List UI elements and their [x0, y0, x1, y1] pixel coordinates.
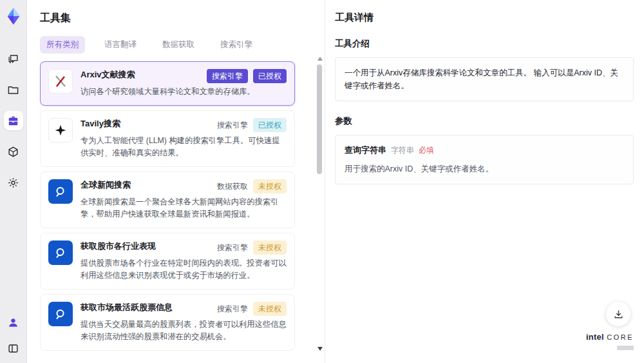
scroll-down-arrow-icon[interactable]: [317, 347, 323, 351]
tools-list-panel: 工具集 所有类别 语言翻译 数据获取 搜索引擎 Arxiv文献搜索: [27, 0, 325, 363]
tab-search-engine[interactable]: 搜索引擎: [214, 36, 259, 54]
folder-icon: [7, 84, 19, 96]
nav-settings[interactable]: [4, 173, 23, 192]
tool-name: Tavily搜索: [80, 118, 120, 130]
tab-all-categories[interactable]: 所有类别: [40, 36, 85, 54]
category-badge: 搜索引擎: [217, 240, 248, 255]
nav-models[interactable]: [4, 142, 23, 161]
app-window: 工具集 所有类别 语言翻译 数据获取 搜索引擎 Arxiv文献搜索: [0, 0, 644, 363]
tool-card-active-stocks[interactable]: 获取市场最活跃股票信息 搜索引擎 未授权 提供当天交易量最高的股票列表，投资者可…: [40, 294, 295, 351]
nav-toolbox[interactable]: [4, 111, 23, 130]
nav-chat[interactable]: [4, 49, 23, 68]
tool-name: 获取市场最活跃股票信息: [80, 302, 173, 313]
tool-detail-panel: 工具详情 工具介绍 一个用于从Arxiv存储库搜索科学论文和文章的工具。 输入可…: [326, 0, 644, 363]
tool-name: 全球新闻搜索: [80, 179, 131, 191]
category-badge: 搜索引擎: [217, 302, 248, 316]
param-description: 用于搜索的Arxiv ID、关键字或作者姓名。: [345, 162, 624, 175]
left-nav-rail: [0, 0, 27, 363]
auth-status-badge: 已授权: [253, 118, 287, 132]
global-news-icon: [48, 179, 73, 204]
tool-intro-box: 一个用于从Arxiv存储库搜索科学论文和文章的工具。 输入可以是Arxiv ID…: [335, 57, 634, 101]
detail-title: 工具详情: [335, 12, 634, 24]
arxiv-icon: [48, 69, 73, 93]
tool-description: 全球新闻搜索是一个聚合全球各大新闻网站内容的搜索引擎，帮助用户快速获取全球最新资…: [80, 196, 287, 221]
scrollbar-thumb[interactable]: [317, 64, 322, 174]
param-box: 查询字符串 字符串 必填 用于搜索的Arxiv ID、关键字或作者姓名。: [335, 135, 634, 184]
category-badge: 搜索引擎: [207, 69, 248, 83]
list-scrollbar[interactable]: [316, 54, 323, 357]
download-button[interactable]: [606, 302, 630, 326]
page-title: 工具集: [40, 12, 309, 25]
tavily-star-icon: [48, 118, 73, 142]
category-tabs: 所有类别 语言翻译 数据获取 搜索引擎: [40, 36, 309, 54]
auth-status-badge: 已授权: [253, 69, 287, 83]
intel-brand-text: intel: [586, 332, 604, 342]
tool-card-global-news[interactable]: 全球新闻搜索 数据获取 未授权 全球新闻搜索是一个聚合全球各大新闻网站内容的搜索…: [40, 172, 295, 228]
stock-sector-icon: [48, 240, 73, 265]
param-type: 字符串: [391, 144, 414, 157]
tool-card-arxiv[interactable]: Arxiv文献搜索 搜索引擎 已授权 访问各个研究领域大量科学论文和文章的存储库…: [40, 61, 295, 106]
param-name: 查询字符串: [345, 144, 386, 157]
category-badge: 数据获取: [217, 179, 248, 193]
nav-files[interactable]: [4, 80, 23, 99]
scroll-up-arrow-icon[interactable]: [317, 57, 323, 61]
intro-heading: 工具介绍: [335, 38, 634, 50]
tool-description: 访问各个研究领域大量科学论文和文章的存储库。: [80, 86, 287, 98]
briefcase-icon: [7, 115, 19, 127]
tool-name: Arxiv文献搜索: [80, 69, 135, 81]
tool-intro-text: 一个用于从Arxiv存储库搜索科学论文和文章的工具。 输入可以是Arxiv ID…: [345, 68, 618, 90]
tool-card-list: Arxiv文献搜索 搜索引擎 已授权 访问各个研究领域大量科学论文和文章的存储库…: [40, 61, 309, 355]
gear-icon: [7, 177, 19, 189]
tool-description: 提供股票市场各个行业在特定时间段内的表现。投资者可以利用这些信息来识别表现优于或…: [80, 257, 287, 282]
auth-status-badge: 未授权: [253, 302, 287, 316]
auth-status-badge: 未授权: [253, 179, 287, 193]
panel-toggle-icon: [7, 342, 19, 355]
intel-core-badge: intel CORE: [586, 331, 634, 352]
tool-card-stock-sector[interactable]: 获取股市各行业表现 搜索引擎 未授权 提供股票市场各个行业在特定时间段内的表现。…: [40, 233, 295, 289]
core-brand-text: CORE: [607, 333, 634, 341]
intel-sub-badge: [617, 346, 634, 350]
tool-name: 获取股市各行业表现: [80, 240, 156, 252]
cube-icon: [7, 146, 19, 158]
param-required-flag: 必填: [419, 144, 434, 157]
tool-description: 专为人工智能代理 (LLM) 构建的搜索引擎工具。可快速提供实时、准确和真实的结…: [80, 135, 287, 159]
nav-collapse[interactable]: [4, 338, 23, 358]
params-heading: 参数: [335, 115, 634, 127]
auth-status-badge: 未授权: [253, 240, 287, 255]
category-badge: 搜索引擎: [217, 118, 248, 132]
chat-icon: [7, 53, 19, 65]
tab-data-fetching[interactable]: 数据获取: [156, 36, 201, 54]
tab-language-translation[interactable]: 语言翻译: [98, 36, 143, 54]
download-icon: [613, 309, 624, 320]
user-icon: [7, 317, 19, 329]
tool-card-tavily[interactable]: Tavily搜索 搜索引擎 已授权 专为人工智能代理 (LLM) 构建的搜索引擎…: [40, 110, 295, 167]
nav-account[interactable]: [4, 313, 23, 332]
app-logo-icon: [4, 6, 23, 26]
active-stock-icon: [48, 302, 73, 326]
tool-description: 提供当天交易量最高的股票列表，投资者可以利用这些信息来识别流动性强的股票和潜在的…: [80, 319, 287, 343]
